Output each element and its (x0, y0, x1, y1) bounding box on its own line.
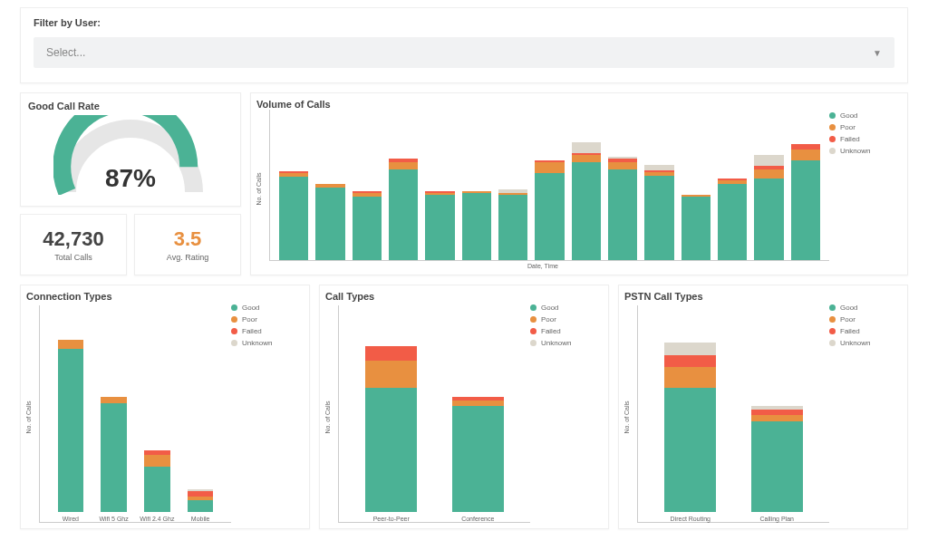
legend-dot-failed (829, 328, 836, 334)
legend-label-good: Good (840, 304, 858, 312)
call-types-title: Call Types (325, 291, 603, 302)
bar-stack (452, 397, 504, 512)
user-select[interactable]: Select... ▼ (34, 37, 894, 68)
total-calls-label: Total Calls (24, 253, 122, 262)
bar-stack (279, 171, 308, 260)
gauge: 87% (28, 111, 233, 198)
legend-dot-poor (829, 124, 836, 130)
bar-seg-failed (751, 410, 803, 416)
bar-col: Wifi 5 Ghz (92, 397, 136, 522)
legend-label-poor: Poor (541, 315, 556, 323)
legend-dot-poor (231, 316, 237, 323)
bar-col: Peer-to-Peer (348, 346, 435, 522)
legend-dot-failed (829, 136, 836, 142)
bar-seg-poor (754, 169, 783, 179)
legend-item-failed: Failed (530, 327, 603, 335)
bar-stack (462, 191, 491, 260)
bar-stack (425, 191, 454, 260)
legend-label-poor: Poor (242, 315, 257, 323)
legend-label-poor: Poor (840, 123, 856, 131)
category-label: Peer-to-Peer (373, 516, 410, 522)
pstn-bars: Direct RoutingCalling Plan (637, 305, 829, 523)
bar-col (641, 165, 677, 260)
filter-label: Filter by User: (34, 17, 894, 28)
legend-label-poor: Poor (840, 315, 856, 323)
bar-seg-good (315, 188, 344, 260)
legend-label-failed: Failed (840, 135, 860, 143)
bar-col: Wifi 2.4 Ghz (136, 450, 179, 522)
bar-col (385, 159, 421, 260)
legend-dot-good (231, 304, 237, 311)
legend-dot-poor (530, 316, 536, 323)
bar-col (568, 142, 604, 260)
avg-rating-card: 3.5 Avg. Rating (134, 214, 241, 275)
bar-seg-unknown (754, 155, 783, 166)
pstn-ylabel: No. of Calls (624, 401, 630, 433)
total-calls-value: 42,730 (24, 227, 122, 251)
bar-col: Direct Routing (647, 343, 734, 522)
bar-stack (365, 346, 417, 512)
legend-item-poor: Poor (829, 123, 902, 131)
bar-seg-poor (58, 340, 84, 349)
legend-item-failed: Failed (829, 327, 902, 335)
legend-label-good: Good (541, 304, 559, 312)
gauge-title: Good Call Rate (28, 101, 233, 111)
bar-stack (754, 155, 783, 260)
bar-seg-good (682, 197, 710, 260)
bar-seg-good (718, 184, 747, 260)
category-label: Conference (461, 516, 494, 522)
bar-seg-poor (101, 397, 127, 403)
bar-seg-poor (535, 162, 564, 173)
bar-col (604, 157, 641, 260)
bar-col (495, 189, 531, 260)
volume-legend: GoodPoorFailedUnknown (829, 110, 902, 269)
volume-xlabel: Date, Time (256, 263, 829, 269)
bar-seg-good (754, 179, 783, 260)
legend-item-unknown: Unknown (530, 339, 603, 347)
bar-seg-poor (452, 401, 504, 407)
legend-item-unknown: Unknown (231, 339, 304, 347)
volume-ylabel: No. of Calls (256, 172, 262, 205)
legend-item-unknown: Unknown (829, 147, 902, 155)
category-label: Direct Routing (671, 516, 710, 522)
chevron-down-icon: ▼ (873, 48, 882, 58)
bar-col (312, 184, 348, 260)
bar-seg-failed (365, 346, 417, 362)
bar-seg-good (58, 349, 84, 512)
bar-col: Wired (49, 340, 92, 522)
legend-item-poor: Poor (231, 315, 304, 323)
bar-col (459, 191, 495, 260)
legend-dot-good (829, 304, 836, 311)
bar-seg-good (462, 193, 491, 260)
bar-seg-poor (389, 162, 418, 169)
volume-chart-title: Volume of Calls (256, 99, 902, 110)
bar-seg-failed (664, 355, 716, 367)
legend-item-good: Good (829, 304, 902, 312)
bar-stack (608, 157, 637, 260)
legend-dot-poor (829, 316, 836, 323)
legend-label-failed: Failed (541, 327, 561, 335)
bar-stack (572, 142, 601, 260)
conn-bars: WiredWifi 5 GhzWifi 2.4 GhzMobile (39, 305, 231, 523)
gauge-card: Good Call Rate 87% (20, 92, 241, 207)
bar-seg-unknown (572, 142, 601, 153)
bar-seg-poor (572, 155, 601, 162)
bar-seg-poor (144, 455, 170, 467)
bar-col (678, 195, 714, 260)
legend-label-good: Good (840, 111, 858, 120)
legend-label-unknown: Unknown (242, 339, 272, 347)
bar-stack (188, 489, 214, 512)
bar-seg-poor (751, 415, 803, 421)
category-label: Wired (63, 516, 79, 522)
legend-dot-unknown (530, 340, 536, 346)
bar-col (349, 191, 385, 260)
bar-seg-good (365, 388, 417, 512)
bar-seg-good (101, 403, 127, 512)
bar-seg-good (188, 500, 214, 512)
bar-stack (644, 165, 673, 260)
legend-item-good: Good (530, 304, 603, 312)
avg-rating-value: 3.5 (139, 227, 237, 251)
bar-col (276, 171, 312, 260)
call-types-card: Call Types No. of Calls Peer-to-PeerConf… (319, 285, 609, 529)
bar-stack (101, 397, 127, 512)
